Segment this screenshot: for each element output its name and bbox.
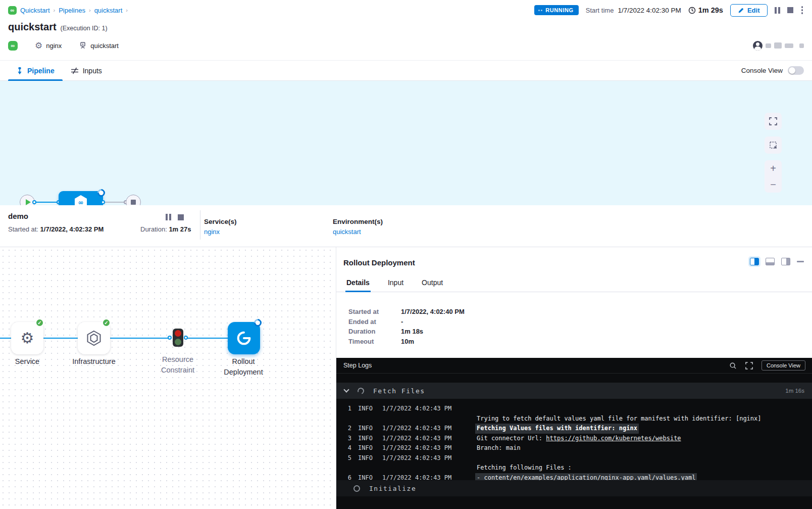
redacted-text xyxy=(766,43,771,48)
top-header: ∞ Quickstart › Pipelines › quickstart › … xyxy=(0,0,812,20)
edge xyxy=(103,202,126,203)
search-icon[interactable] xyxy=(729,362,737,369)
green-light-icon xyxy=(175,339,181,345)
log-line: 2INFO1/7/2022 4:02:43 PMFetching Values … xyxy=(336,424,812,434)
pipeline-execution-page: ∞ Quickstart › Pipelines › quickstart › … xyxy=(0,0,812,509)
start-time: Start time 1/7/2022 4:02:30 PM xyxy=(586,7,681,14)
step-label: Service xyxy=(7,356,47,367)
breadcrumb-quickstart[interactable]: Quickstart xyxy=(20,7,50,14)
step-logs-header: Step Logs Console View xyxy=(336,358,812,374)
environments-header: Environment(s) xyxy=(333,218,383,225)
step-details-table: Started at1/7/2022, 4:02:40 PM Ended at-… xyxy=(348,307,465,346)
environment-link[interactable]: quickstart xyxy=(333,228,383,236)
page-title: quickstart xyxy=(8,21,57,33)
stop-icon xyxy=(131,200,136,205)
tab-inputs[interactable]: Inputs xyxy=(63,61,110,80)
stage-pause-button[interactable] xyxy=(166,214,171,220)
stage-stop-button[interactable] xyxy=(178,214,184,220)
view-tabbar: Pipeline Inputs Console View xyxy=(0,60,812,81)
more-options-button[interactable] xyxy=(800,5,804,15)
infrastructure-icon xyxy=(85,330,103,347)
detail-row: Timeout10m xyxy=(348,337,465,347)
chevron-right-icon: › xyxy=(89,7,91,13)
success-check-badge: ✓ xyxy=(102,318,111,327)
step-node-resource-constraint[interactable] xyxy=(173,329,183,347)
elapsed-duration: 1m 29s xyxy=(688,6,723,14)
tab-pipeline[interactable]: Pipeline xyxy=(8,61,63,80)
rollout-deployment-icon xyxy=(236,330,252,346)
minimize-panel-button[interactable] xyxy=(797,261,804,262)
edge xyxy=(186,338,228,339)
chevron-right-icon: › xyxy=(54,7,56,13)
console-view-toggle[interactable] xyxy=(788,66,804,75)
step-label: ResourceConstraint xyxy=(153,354,203,376)
edge xyxy=(110,338,170,339)
red-light-icon xyxy=(175,330,181,337)
stop-pipeline-button[interactable] xyxy=(787,7,793,13)
step-label: RolloutDeployment xyxy=(218,356,269,378)
gear-icon: ⚙ xyxy=(35,41,42,50)
console-view-label: Console View xyxy=(741,67,783,74)
expand-logs-icon[interactable] xyxy=(745,362,753,369)
tab-input[interactable]: Input xyxy=(388,275,403,292)
clock-icon xyxy=(688,7,696,14)
pending-circle-icon xyxy=(353,485,360,492)
edit-button[interactable]: Edit xyxy=(730,4,768,17)
tab-details[interactable]: Details xyxy=(346,275,370,292)
layout-right-panel-button[interactable] xyxy=(750,258,759,265)
detail-row: Duration1m 18s xyxy=(348,327,465,337)
section-duration: 1m 16s xyxy=(785,388,804,394)
git-connector-link[interactable]: https://github.com/kubernetes/website xyxy=(546,435,681,442)
detail-row: Ended at- xyxy=(348,317,465,327)
status-badge: RUNNING xyxy=(534,5,579,15)
step-logs-panel: Step Logs Console View Fetch Files 1m 16… xyxy=(336,358,812,509)
layout-bottom-panel-button[interactable] xyxy=(766,258,775,265)
zoom-in-button[interactable]: + xyxy=(765,160,782,176)
pipeline-icon xyxy=(16,67,23,75)
log-line: 5INFO1/7/2022 4:02:43 PM xyxy=(336,453,812,464)
step-node-rollout-deployment[interactable] xyxy=(228,322,260,354)
redacted-text xyxy=(799,43,804,48)
logs-console-view-button[interactable]: Console View xyxy=(762,360,805,371)
play-icon xyxy=(26,199,31,205)
meta-row: ∞ ⚙ nginx quickstart xyxy=(8,39,804,52)
zoom-out-button[interactable]: − xyxy=(765,176,782,193)
page-title-row: quickstart (Execution ID: 1) xyxy=(8,21,108,33)
edge-connector-dot xyxy=(101,200,105,204)
fullscreen-icon xyxy=(769,117,777,125)
triggered-by xyxy=(753,41,804,51)
service-tag[interactable]: ⚙ nginx xyxy=(35,41,62,50)
success-check-badge: ✓ xyxy=(35,318,44,327)
pipeline-canvas[interactable]: ∞ demo + − xyxy=(0,81,812,205)
tab-output[interactable]: Output xyxy=(422,275,443,292)
log-line: Fetching following Files : xyxy=(336,463,812,473)
stage-duration: Duration: 1m 27s xyxy=(140,225,191,233)
panel-layout-controls xyxy=(750,258,804,265)
log-section-initialize[interactable]: Initialize xyxy=(336,480,812,496)
gear-icon: ⚙ xyxy=(21,331,34,346)
pencil-icon xyxy=(738,7,744,14)
step-detail-panel: Rollout Deployment Details Input Output … xyxy=(336,247,812,509)
marquee-select-icon xyxy=(769,141,777,149)
edge xyxy=(43,338,78,339)
layout-minimized-panel-button[interactable] xyxy=(781,258,790,265)
detail-row: Started at1/7/2022, 4:02:40 PM xyxy=(348,307,465,317)
log-line: Trying to fetch default values yaml file… xyxy=(336,414,812,424)
breadcrumb-pipelines[interactable]: Pipelines xyxy=(59,7,85,14)
pause-pipeline-button[interactable] xyxy=(775,7,780,14)
environment-tag[interactable]: quickstart xyxy=(79,41,119,50)
log-section-fetch-files[interactable]: Fetch Files 1m 16s xyxy=(336,383,812,399)
log-line: 4INFO1/7/2022 4:02:43 PMBranch: main xyxy=(336,443,812,453)
edge-connector-dot xyxy=(184,336,188,340)
canvas-fullscreen-button[interactable] xyxy=(765,113,782,130)
breadcrumb: ∞ Quickstart › Pipelines › quickstart › xyxy=(8,6,128,15)
section-name: Fetch Files xyxy=(373,387,425,395)
edge-connector-dot xyxy=(168,336,172,340)
step-panel-tabs: Details Input Output xyxy=(336,275,812,292)
canvas-reset-view-button[interactable] xyxy=(765,136,782,154)
edge-connector-dot xyxy=(32,200,36,204)
service-link[interactable]: nginx xyxy=(204,228,237,236)
execution-graph[interactable]: ⚙ ✓ ✓ Service Infrastructure ResourceCon… xyxy=(0,247,336,509)
breadcrumb-pipeline-name[interactable]: quickstart xyxy=(94,7,123,14)
log-body[interactable]: 1INFO1/7/2022 4:02:43 PM Trying to fetch… xyxy=(336,404,812,483)
